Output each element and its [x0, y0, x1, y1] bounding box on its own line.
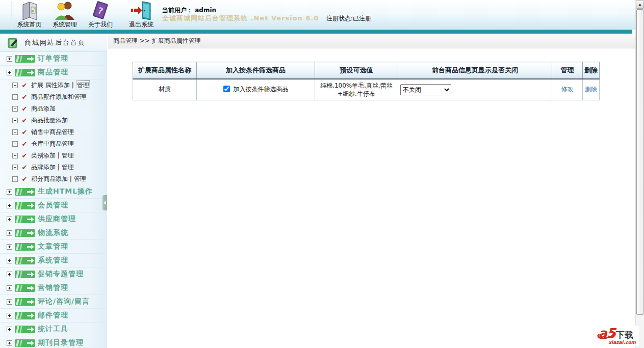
green-arrow-icon [15, 202, 35, 209]
red-check-icon [21, 140, 28, 148]
expand-plus-icon[interactable] [7, 285, 12, 291]
register-status: 注册状态:已注册 [326, 14, 371, 23]
sidebar-collapse-handle[interactable] [102, 195, 107, 210]
sidebar-item-label: 品牌添加 | 管理 [31, 163, 74, 172]
collapse-minus-icon[interactable] [12, 83, 18, 88]
sidebar-item-article-management[interactable]: 文章管理 [0, 240, 107, 254]
sidebar-item-statistics-tools[interactable]: 统计工具 [0, 323, 107, 336]
scrollbar-thumb[interactable] [636, 9, 643, 315]
nav-label: 系统首页 [17, 20, 42, 29]
expand-plus-icon[interactable] [7, 189, 12, 195]
expand-plus-icon[interactable] [7, 230, 12, 236]
exit-door-icon [130, 1, 152, 20]
green-arrow-icon [15, 188, 35, 196]
watermark-brand-a5: a5 [598, 327, 615, 340]
green-arrow-icon [15, 284, 35, 292]
breadcrumb: 商品管理 >> 扩展商品属性管理 [108, 34, 635, 48]
sidebar-item-product-accessory-add-manage[interactable]: 商品配件添加和管理 [0, 91, 107, 103]
sidebar-item-label: 营销管理 [38, 283, 68, 292]
collapse-minus-icon[interactable] [12, 129, 18, 135]
collapse-minus-icon[interactable] [12, 106, 18, 112]
display-close-select[interactable]: 不关闭 [400, 84, 451, 95]
expand-plus-icon[interactable] [7, 258, 12, 263]
sidebar-item-generate-html[interactable]: 生成HTML操作 [0, 185, 107, 199]
table-header-row: 扩展商品属性名称 加入按条件筛选商品 预设可选值 前台商品信息页显示是否关闭 管… [133, 62, 600, 79]
collapse-minus-icon[interactable] [12, 176, 18, 182]
sidebar-item-product-add[interactable]: 商品添加 [0, 103, 107, 115]
cell-filter: 加入按条件筛选商品 [197, 79, 315, 100]
green-arrow-icon [15, 69, 35, 76]
green-arrow-icon [15, 55, 35, 63]
expand-plus-icon[interactable] [7, 244, 12, 250]
red-check-icon [21, 175, 28, 183]
cell-manage: 修改 [552, 79, 583, 100]
expand-plus-icon[interactable] [7, 272, 12, 277]
expand-plus-icon[interactable] [7, 56, 12, 62]
sidebar-item-brand-add-manage[interactable]: 品牌添加 | 管理 [0, 162, 107, 173]
green-arrow-icon [15, 257, 35, 264]
sidebar-item-logistics-system[interactable]: 物流系统 [0, 226, 107, 240]
sidebar-item-promotion-topic-management[interactable]: 促销专题管理 [0, 267, 107, 281]
nav-system-management[interactable]: 系统管理 [47, 1, 83, 30]
col-header-display-close: 前台商品信息页显示是否关闭 [398, 62, 552, 79]
expand-plus-icon[interactable] [7, 217, 12, 222]
collapse-minus-icon[interactable] [12, 94, 18, 100]
sidebar-item-label: 仓库中商品管理 [31, 140, 74, 148]
nav-exit-system[interactable]: 退出系统 [123, 1, 159, 30]
sidebar-item-order-management[interactable]: 订单管理 [0, 52, 107, 66]
expand-plus-icon[interactable] [7, 327, 12, 332]
sidebar-item-label: 订单管理 [38, 54, 68, 63]
sidebar-item-category-add-manage[interactable]: 类别添加 | 管理 [0, 150, 107, 162]
sidebar-item-member-management[interactable]: 会员管理 [0, 199, 107, 212]
sidebar-item-on-sale-product-management[interactable]: 销售中商品管理 [0, 126, 107, 138]
sidebar-item-warehouse-product-management[interactable]: 仓库中商品管理 [0, 138, 107, 150]
home-icon [18, 1, 41, 20]
collapse-minus-icon[interactable] [12, 165, 18, 170]
scroll-up-button[interactable]: ▲ [636, 0, 644, 9]
sidebar-item-periodical-catalog-management[interactable]: 期刊目录管理 [0, 336, 107, 348]
delete-link[interactable]: 删除 [585, 86, 597, 93]
sidebar-item-system-management[interactable]: 系统管理 [0, 254, 107, 267]
sidebar-item-label: 商品添加 [31, 104, 56, 113]
expand-plus-icon[interactable] [7, 70, 12, 75]
col-header-attr-name: 扩展商品属性名称 [133, 62, 197, 79]
watermark-domain: xiazai.com [598, 340, 636, 345]
cell-display-close: 不关闭 [398, 79, 552, 100]
nav-about-us[interactable]: ? 关于我们 [83, 1, 118, 30]
sidebar-item-mail-management[interactable]: 邮件管理 [0, 309, 107, 323]
filter-checkbox-label: 加入按条件筛选商品 [233, 86, 288, 93]
sidebar-item-extend-attr-add-manage[interactable]: 扩展 属性添加 | 管理 [0, 79, 107, 91]
sidebar-item-marketing-management[interactable]: 营销管理 [0, 281, 107, 295]
expand-plus-icon[interactable] [7, 313, 12, 318]
collapse-minus-icon[interactable] [12, 118, 18, 123]
sidebar-header[interactable]: 商城网站后台首页 [0, 34, 107, 52]
sidebar-item-product-batch-add[interactable]: 商品批量添加 [0, 115, 107, 126]
nav-label: 关于我们 [88, 20, 113, 29]
a5xiazai-watermark: a5 下载 xiazai.com [595, 326, 639, 346]
sidebar-item-points-product-add-manage[interactable]: 积分商品添加 | 管理 [0, 173, 107, 185]
watermark-brand-text: 下载 [616, 331, 633, 339]
sidebar-item-supplier-management[interactable]: 供应商管理 [0, 212, 107, 226]
attribute-table: 扩展商品属性名称 加入按条件筛选商品 预设可选值 前台商品信息页显示是否关闭 管… [133, 62, 600, 100]
filter-checkbox[interactable] [223, 86, 230, 92]
expand-plus-icon[interactable] [7, 340, 12, 346]
modify-link[interactable]: 修改 [561, 86, 574, 93]
nav-system-home[interactable]: 系统首页 [11, 1, 47, 30]
collapse-minus-icon[interactable] [12, 153, 18, 158]
sidebar-item-label: 商品批量添加 [31, 116, 68, 125]
expand-plus-icon[interactable] [7, 203, 12, 208]
notepad-pen-icon [7, 37, 19, 49]
sidebar-item-label: 销售中商品管理 [31, 128, 74, 137]
sidebar-item-comment-inquiry-message[interactable]: 评论/咨询/留言 [0, 295, 107, 309]
green-arrow-icon [15, 243, 35, 251]
sidebar-item-product-management[interactable]: 商品管理 [0, 66, 107, 79]
col-header-delete: 删除 [583, 62, 600, 79]
expand-plus-icon[interactable] [7, 299, 12, 305]
preset-values-text: 纯棉,100%羊毛,真丝,蕾丝+细纱,牛仔布 [317, 82, 396, 98]
red-check-icon [21, 105, 28, 113]
col-header-manage: 管理 [552, 62, 583, 79]
version-text: .Net Version 6.0 [251, 14, 319, 22]
main-content: 商品管理 >> 扩展商品属性管理 扩展商品属性名称 加入按条件筛选商品 预设可选… [108, 34, 635, 348]
collapse-minus-icon[interactable] [12, 141, 18, 147]
vertical-scrollbar[interactable]: ▲ [635, 0, 644, 348]
